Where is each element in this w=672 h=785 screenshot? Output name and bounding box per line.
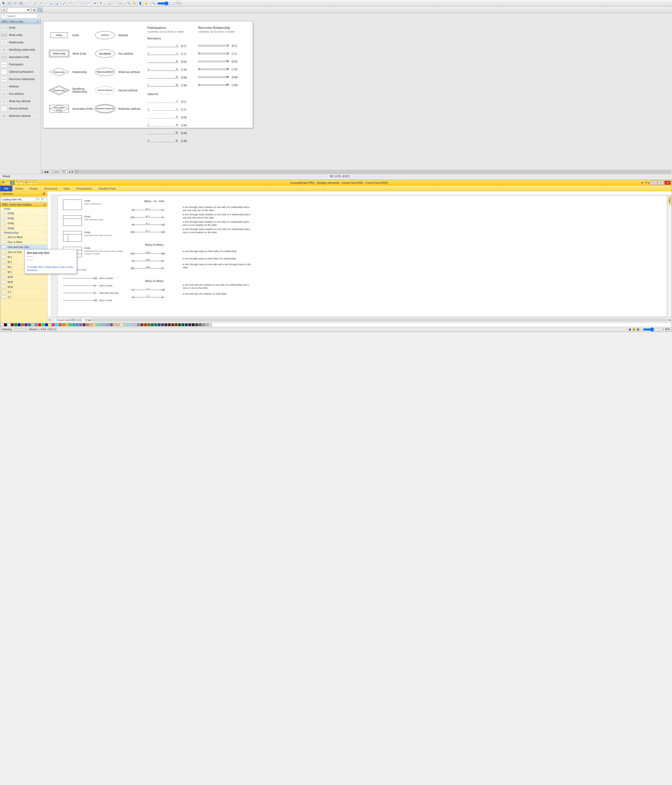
color-swatch[interactable] xyxy=(31,323,34,326)
color-swatch[interactable] xyxy=(72,323,75,326)
pointer-tool[interactable] xyxy=(1,1,6,6)
color-swatch[interactable] xyxy=(106,323,109,326)
color-swatch[interactable] xyxy=(52,323,55,326)
color-swatch[interactable] xyxy=(55,323,58,326)
library-item[interactable]: —1:1 xyxy=(0,289,47,295)
color-swatch[interactable] xyxy=(34,323,38,326)
flip-v[interactable]: ⇅ xyxy=(98,1,103,6)
color-swatch[interactable] xyxy=(48,323,52,326)
color-swatch[interactable] xyxy=(103,323,106,326)
color-swatch[interactable] xyxy=(130,323,133,326)
library-item[interactable]: Attribute xyxy=(0,83,41,90)
color-swatch[interactable] xyxy=(28,323,31,326)
chart-tool-2[interactable]: 📈 xyxy=(112,1,117,6)
color-swatch[interactable] xyxy=(164,323,167,326)
zoom-in-icon-2[interactable]: 🔍+ xyxy=(176,1,181,6)
color-swatch[interactable] xyxy=(188,323,191,326)
color-swatch[interactable] xyxy=(198,323,202,326)
color-swatch[interactable] xyxy=(66,323,69,326)
color-swatch[interactable] xyxy=(127,323,130,326)
connector-3[interactable] xyxy=(38,1,43,6)
color-swatch[interactable] xyxy=(24,323,28,326)
rect-tool[interactable] xyxy=(7,1,12,6)
qat-1[interactable]: ◧ xyxy=(1,181,6,185)
color-swatch[interactable] xyxy=(38,323,41,326)
tree-icon[interactable]: ☷ xyxy=(1,8,6,13)
font-dropdown[interactable] xyxy=(7,8,31,13)
library-item[interactable]: Recursive relationship xyxy=(0,76,41,83)
h-scrollbar[interactable] xyxy=(92,319,667,321)
qat-2[interactable]: □ xyxy=(6,181,10,185)
library-item[interactable]: ▭Entity xyxy=(0,226,47,231)
grid-icon[interactable]: ⊞ xyxy=(31,8,37,13)
connector-1[interactable] xyxy=(27,1,32,6)
library-subsection-relationship[interactable]: Relationship⌃ xyxy=(0,231,47,235)
poly-tool[interactable]: 〰 xyxy=(87,1,92,6)
qat-6[interactable]: 🖨 xyxy=(23,181,28,185)
library-item[interactable]: Weak entity xyxy=(0,31,41,39)
hand-tool-2[interactable]: ☝ xyxy=(143,1,148,6)
color-swatch[interactable] xyxy=(137,323,140,326)
zoom-out-icon[interactable]: 🔍- xyxy=(152,1,157,6)
chart-tool-3[interactable]: 🗂 xyxy=(118,1,123,6)
color-swatch[interactable] xyxy=(168,323,171,326)
pin-icon[interactable]: 📌 xyxy=(42,192,46,195)
view-toggle[interactable]: ▫▾ xyxy=(641,181,643,185)
zoom-in-icon[interactable]: + xyxy=(662,328,664,331)
connector-7[interactable] xyxy=(61,1,66,6)
close-button[interactable]: ✕ xyxy=(664,181,671,185)
color-swatch[interactable] xyxy=(123,323,127,326)
close-icon[interactable]: ✕ xyxy=(37,20,39,23)
color-swatch[interactable] xyxy=(185,323,188,326)
qat-8[interactable]: ▾ xyxy=(33,181,37,185)
library-item[interactable]: ▭Entity xyxy=(0,211,47,216)
color-swatch[interactable] xyxy=(21,323,24,326)
zoom-in-icon[interactable]: 🔍 xyxy=(126,1,131,6)
flip-h[interactable]: ⇄ xyxy=(92,1,98,6)
library-item[interactable]: Identifying relationship xyxy=(0,46,41,53)
color-swatch[interactable] xyxy=(110,323,113,326)
person-tool[interactable]: 👤 xyxy=(138,1,143,6)
menu-item[interactable]: View xyxy=(60,187,73,190)
library-item[interactable]: Multivalue attribute xyxy=(0,113,41,120)
color-swatch[interactable] xyxy=(181,323,184,326)
library-item[interactable]: Entity xyxy=(0,24,41,31)
library-item[interactable]: —One or More xyxy=(0,240,47,245)
view-icon-1[interactable]: ▫ xyxy=(627,328,628,331)
library-item[interactable]: —M:M xyxy=(0,285,47,289)
color-swatch[interactable] xyxy=(151,323,154,326)
color-swatch[interactable] xyxy=(202,323,205,326)
color-swatch[interactable] xyxy=(89,323,92,326)
library-subsection-entity[interactable]: Entity⌃ xyxy=(0,207,47,211)
color-swatch[interactable] xyxy=(93,323,96,326)
library-item[interactable]: —1:1 xyxy=(0,295,47,300)
color-swatch[interactable] xyxy=(161,323,164,326)
library-item[interactable]: ▭Entity xyxy=(0,216,47,221)
color-swatch[interactable] xyxy=(171,323,174,326)
color-swatch[interactable] xyxy=(158,323,161,326)
menu-item[interactable]: Home xyxy=(13,187,26,190)
library-item[interactable]: Optional participation xyxy=(0,68,41,76)
tree-icon[interactable]: ☷ xyxy=(42,197,47,202)
menu-item[interactable]: Presentation xyxy=(73,187,95,190)
library-item[interactable]: —M:M xyxy=(0,275,47,280)
color-swatch[interactable] xyxy=(4,323,7,326)
color-swatch[interactable] xyxy=(59,323,62,326)
color-swatch[interactable] xyxy=(69,323,72,326)
menu-item[interactable]: Document xyxy=(41,187,60,190)
color-swatch[interactable] xyxy=(120,323,123,326)
tab-nav-left[interactable]: ▸◂ xyxy=(88,319,91,321)
arrow-tool[interactable]: ↘ xyxy=(81,1,86,6)
library-item[interactable]: Weak key attribute xyxy=(0,98,41,105)
color-swatch[interactable] xyxy=(209,323,212,326)
qat-5[interactable]: ↷ xyxy=(19,181,23,185)
nav-prev[interactable]: ◀ xyxy=(44,170,46,173)
library-search-input[interactable] xyxy=(1,197,36,202)
tab-new[interactable]: ▫ xyxy=(52,319,53,321)
connector-6[interactable] xyxy=(55,1,61,6)
diagram-page[interactable]: Entity(with no attributes)Entity(with at… xyxy=(58,195,667,317)
connector-4[interactable] xyxy=(44,1,49,6)
library-item[interactable]: Relationship xyxy=(0,39,41,46)
color-swatch[interactable] xyxy=(79,323,82,326)
color-swatch[interactable] xyxy=(141,323,144,326)
